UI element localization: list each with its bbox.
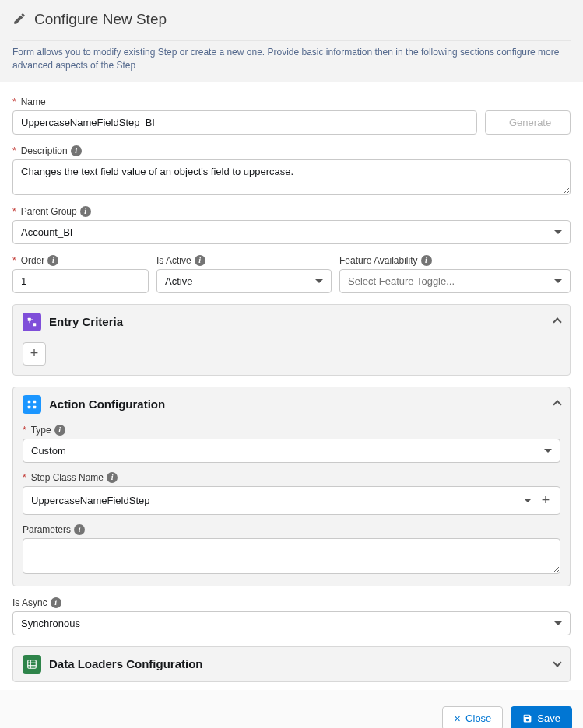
data-loaders-header[interactable]: Data Loaders Configuration [13, 647, 570, 681]
close-button[interactable]: Close [442, 706, 503, 728]
info-icon[interactable]: i [51, 597, 61, 608]
pencil-icon [12, 12, 26, 28]
step-class-select[interactable]: UppercaseNameFieldStep + [23, 486, 560, 515]
chevron-down-icon [554, 279, 562, 283]
page-header: Configure New Step Form allows you to mo… [0, 0, 583, 82]
feature-availability-label: Feature Availability i [339, 255, 571, 266]
is-active-label: Is Active i [156, 255, 332, 266]
name-input[interactable] [12, 110, 477, 135]
chevron-down-icon [315, 279, 323, 283]
page-title: Configure New Step [34, 11, 167, 28]
type-label: *Type i [23, 425, 560, 436]
feature-availability-select[interactable]: Select Feature Toggle... [339, 269, 571, 293]
chevron-down-icon [553, 658, 561, 667]
svg-rect-4 [28, 405, 31, 408]
form-body: *Name Generate *Description i Changes th… [0, 82, 583, 690]
order-input[interactable] [12, 269, 149, 293]
add-step-class-button[interactable]: + [539, 492, 552, 509]
add-criteria-button[interactable]: + [23, 342, 46, 366]
name-label: *Name [12, 96, 571, 107]
data-loaders-panel: Data Loaders Configuration [12, 646, 571, 682]
svg-rect-0 [28, 317, 31, 320]
svg-rect-5 [33, 405, 37, 408]
chevron-down-icon [524, 499, 532, 502]
data-loaders-icon [23, 655, 41, 674]
parameters-label: Parameters i [23, 524, 560, 535]
chevron-up-icon [553, 317, 561, 326]
info-icon[interactable]: i [421, 255, 432, 266]
chevron-down-icon [554, 230, 562, 234]
svg-rect-1 [33, 323, 36, 326]
dialog-footer: Close Save [0, 698, 583, 728]
svg-rect-6 [28, 660, 37, 668]
svg-rect-2 [28, 400, 31, 403]
chevron-down-icon [544, 449, 552, 453]
chevron-down-icon [554, 621, 562, 625]
action-config-icon [23, 395, 41, 414]
action-config-panel: Action Configuration *Type i Custom *Ste… [12, 387, 571, 586]
description-input[interactable]: Changes the text field value of an objec… [12, 159, 571, 195]
description-label: *Description i [12, 145, 571, 156]
order-label: *Order i [12, 255, 149, 266]
entry-criteria-icon [23, 313, 41, 331]
type-select[interactable]: Custom [23, 439, 560, 463]
close-icon [454, 712, 461, 724]
entry-criteria-header[interactable]: Entry Criteria [13, 305, 570, 339]
info-icon[interactable]: i [195, 255, 205, 266]
info-icon[interactable]: i [71, 145, 82, 156]
svg-rect-3 [33, 400, 37, 403]
info-icon[interactable]: i [107, 472, 118, 483]
info-icon[interactable]: i [54, 425, 65, 436]
parent-group-label: *Parent Group i [12, 206, 571, 217]
page-subtitle: Form allows you to modify existing Step … [12, 40, 571, 74]
save-button[interactable]: Save [511, 706, 572, 728]
parameters-input[interactable] [23, 538, 560, 574]
is-async-label: Is Async i [12, 597, 571, 608]
info-icon[interactable]: i [47, 255, 58, 266]
info-icon[interactable]: i [74, 524, 85, 535]
save-icon [522, 713, 532, 723]
entry-criteria-panel: Entry Criteria + [12, 304, 571, 376]
chevron-up-icon [553, 400, 561, 408]
step-class-label: *Step Class Name i [23, 472, 560, 483]
action-config-header[interactable]: Action Configuration [13, 387, 570, 422]
is-async-select[interactable]: Synchronous [12, 611, 571, 635]
parent-group-select[interactable]: Account_BI [12, 220, 571, 244]
info-icon[interactable]: i [80, 206, 91, 217]
is-active-select[interactable]: Active [156, 269, 332, 293]
generate-button[interactable]: Generate [485, 110, 571, 135]
